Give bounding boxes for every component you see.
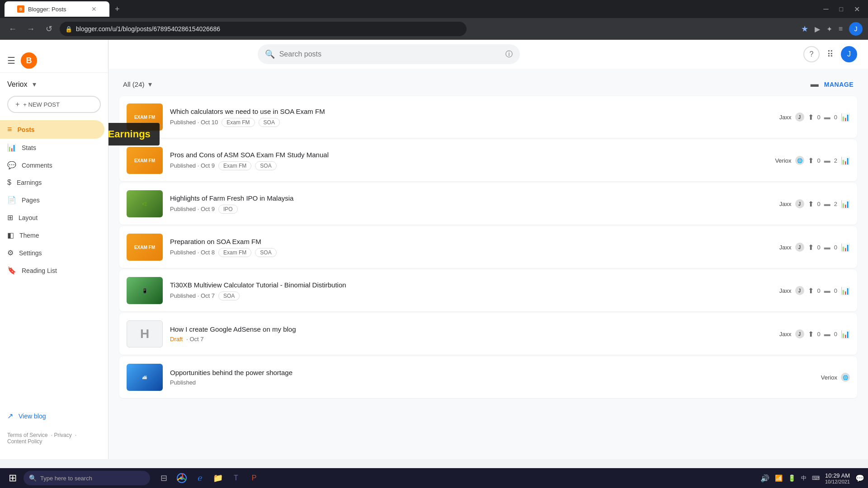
posts-filter[interactable]: All (24) ▾	[123, 80, 152, 89]
share-icon[interactable]: ⬆	[808, 330, 814, 338]
post-author: Jaxx	[779, 244, 792, 251]
privacy-link[interactable]: Privacy	[54, 432, 71, 438]
manage-button[interactable]: MANAGE	[824, 81, 854, 88]
stats-bar-icon[interactable]: 📊	[841, 200, 850, 208]
post-tag[interactable]: Exam FM	[218, 248, 251, 257]
taskbar-taskview-icon[interactable]: ⊟	[156, 470, 172, 486]
sidebar-item-settings[interactable]: ⚙ Settings	[0, 244, 104, 262]
footer-separator-2: ·	[75, 432, 76, 438]
forward-button[interactable]: →	[24, 22, 38, 36]
share-icon[interactable]: ⬆	[808, 113, 814, 122]
notifications-icon[interactable]: 💬	[855, 474, 864, 483]
help-button[interactable]: ?	[803, 46, 820, 62]
taskbar-search[interactable]: 🔍 Type here to search	[24, 471, 150, 485]
post-author: Veriox	[821, 374, 837, 381]
stats-bar-icon[interactable]: 📊	[841, 156, 850, 165]
hamburger-menu-icon[interactable]: ☰	[7, 55, 15, 66]
comment-icon[interactable]: ▬	[824, 157, 830, 164]
extension-youtube-icon[interactable]: ▶	[815, 25, 820, 33]
search-info-icon[interactable]: ⓘ	[505, 50, 513, 59]
back-button[interactable]: ←	[5, 22, 20, 36]
post-author: Veriox	[775, 157, 791, 164]
post-tag[interactable]: SOA	[255, 248, 276, 257]
view-blog-link[interactable]: ↗ View blog	[0, 407, 108, 425]
share-icon[interactable]: ⬆	[808, 200, 814, 208]
new-post-button[interactable]: + + NEW POST	[7, 96, 101, 113]
taskbar-chrome-icon[interactable]	[174, 470, 190, 486]
sidebar-item-comments[interactable]: 💬 Comments	[0, 156, 104, 174]
comment-icon[interactable]: ▬	[824, 200, 830, 207]
table-row[interactable]: EXAM FM Preparation on SOA Exam FM Publi…	[119, 226, 857, 268]
address-bar[interactable]: 🔒 blogger.com/u/1/blog/posts/67895402861…	[60, 22, 467, 36]
network-icon[interactable]: 📶	[775, 474, 783, 482]
post-tag[interactable]: IPO	[218, 205, 238, 214]
extension-list-icon[interactable]: ≡	[839, 25, 843, 33]
post-thumbnail: EXAM FM	[127, 234, 163, 261]
tab-close-icon[interactable]: ✕	[91, 5, 97, 13]
sidebar-item-layout[interactable]: ⊞ Layout	[0, 209, 104, 226]
terms-link[interactable]: Terms of Service	[7, 432, 47, 438]
comment-icon[interactable]: ▬	[824, 244, 830, 251]
comment-icon[interactable]: ▬	[824, 287, 830, 294]
apps-grid-icon[interactable]: ⠿	[827, 49, 834, 60]
stats-bar-icon[interactable]: 📊	[841, 330, 850, 338]
share-icon[interactable]: ⬆	[808, 286, 814, 295]
table-row[interactable]: 📱 Ti30XB Multiview Calculator Tutorial -…	[119, 270, 857, 311]
taskbar-folder-icon[interactable]: 📁	[210, 470, 226, 486]
table-row[interactable]: 🏙 Opportunities behind the power shortag…	[119, 357, 857, 398]
sidebar-item-reading-list[interactable]: 🔖 Reading List	[0, 262, 104, 279]
post-info: Pros and Cons of ASM SOA Exam FM Study M…	[170, 151, 768, 170]
share-icon[interactable]: ⬆	[808, 243, 814, 252]
taskbar-ie-icon[interactable]: ℯ	[192, 470, 208, 486]
author-avatar: 🌐	[841, 373, 850, 382]
taskbar-powerpoint-icon[interactable]: P	[246, 470, 262, 486]
new-tab-button[interactable]: +	[115, 5, 120, 14]
extension-star-icon[interactable]: ✦	[826, 25, 832, 33]
theme-icon: ◧	[7, 231, 14, 239]
stats-bar-icon[interactable]: 📊	[841, 243, 850, 252]
close-button[interactable]: ✕	[850, 3, 863, 15]
bookmark-icon[interactable]: ★	[801, 24, 808, 34]
post-tag[interactable]: SOA	[218, 291, 240, 300]
taskbar-teams-icon[interactable]: T	[228, 470, 244, 486]
post-author: Jaxx	[779, 287, 792, 294]
sidebar-item-stats[interactable]: 📊 Stats	[0, 139, 104, 156]
user-avatar[interactable]: J	[841, 46, 857, 62]
stats-bar-icon[interactable]: 📊	[841, 286, 850, 295]
sidebar-item-pages[interactable]: 📄 Pages	[0, 191, 104, 209]
post-actions: Jaxx J ⬆ 0 ▬ 0 📊	[779, 329, 850, 338]
filter-dropdown-icon[interactable]: ▾	[148, 80, 152, 89]
start-button[interactable]: ⊞	[4, 469, 22, 487]
content-policy-link[interactable]: Content Policy	[7, 438, 42, 445]
table-row[interactable]: EXAM FM Which calculators we need to use…	[119, 96, 857, 138]
view-toggle-icon[interactable]: ▬	[811, 80, 819, 89]
taskbar-time[interactable]: 10:29 AM 10/12/2021	[825, 472, 850, 484]
post-tag[interactable]: Exam FM	[218, 161, 251, 170]
sidebar-item-theme[interactable]: ◧ Theme	[0, 226, 104, 244]
nav-items: ≡ Posts 📊 Stats 💬 Comments $ Earnings 📄 …	[0, 120, 108, 407]
profile-avatar[interactable]: J	[849, 22, 863, 36]
post-tag[interactable]: SOA	[259, 118, 280, 127]
sidebar-item-earnings[interactable]: $ Earnings	[0, 174, 104, 191]
battery-icon[interactable]: 🔋	[788, 474, 796, 482]
table-row[interactable]: H How I create Google AdSense on my blog…	[119, 313, 857, 355]
table-row[interactable]: 🌿 Highlights of Farm Fresh IPO in Malays…	[119, 183, 857, 225]
post-tag[interactable]: Exam FM	[222, 118, 255, 127]
refresh-button[interactable]: ↺	[42, 22, 56, 36]
comment-icon[interactable]: ▬	[824, 330, 830, 338]
post-title: Pros and Cons of ASM SOA Exam FM Study M…	[170, 151, 768, 159]
search-bar[interactable]: 🔍 ⓘ	[258, 44, 520, 64]
search-input[interactable]	[279, 50, 501, 58]
post-tag[interactable]: SOA	[255, 161, 276, 170]
comment-icon[interactable]: ▬	[824, 113, 830, 121]
blog-name-row[interactable]: Veriox ▾	[0, 76, 108, 96]
browser-tab[interactable]: B Blogger: Posts ✕	[5, 1, 109, 17]
share-icon[interactable]: ⬆	[808, 156, 814, 165]
maximize-button[interactable]: □	[836, 4, 847, 14]
minimize-button[interactable]: ─	[820, 3, 832, 15]
table-row[interactable]: EXAM FM Pros and Cons of ASM SOA Exam FM…	[119, 140, 857, 181]
sidebar-item-posts[interactable]: ≡ Posts	[0, 120, 104, 139]
volume-icon[interactable]: 🔊	[760, 474, 769, 483]
stats-bar-icon[interactable]: 📊	[841, 113, 850, 122]
blog-dropdown-icon[interactable]: ▾	[33, 80, 36, 89]
